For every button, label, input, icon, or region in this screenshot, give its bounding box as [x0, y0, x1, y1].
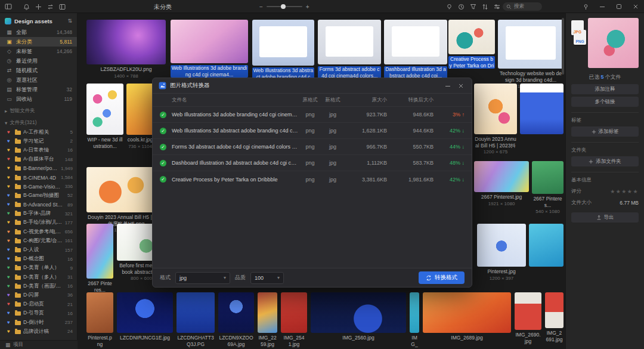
zoom-slider-thumb[interactable] [281, 4, 286, 9]
asset-card[interactable]: Pinterest.jpg1200 × 397 [477, 224, 526, 281]
sidebar-folder-item[interactable]: ♥B-Game-Vision Design336 [0, 182, 77, 191]
sidebar-folder-item[interactable]: ♥D-美育（画面/构图）16 [0, 282, 77, 291]
asset-card[interactable]: LZCDNIRJNCG1E.jpg [117, 292, 173, 342]
zoom-slider-track[interactable] [267, 6, 302, 7]
sidebar-item-random[interactable]: ⇄随机模式 [0, 66, 77, 75]
maximize-button[interactable] [614, 2, 624, 11]
sort-icon[interactable] [480, 2, 490, 11]
asset-card[interactable]: WIP - new 3d illustration... [86, 84, 123, 150]
asset-card[interactable]: 2667 Pinteres...980 × 2008 [86, 224, 113, 299]
sidebar-folder-item[interactable]: ♥B-字体-品牌321 [0, 209, 77, 218]
sync-icon[interactable] [45, 2, 55, 11]
asset-card[interactable]: IMG_2 [410, 292, 419, 348]
dialog-close-button[interactable] [456, 81, 466, 91]
sidebar-folder-item[interactable]: ♥A-工作相关5 [0, 128, 77, 137]
convert-button[interactable]: 转换格式 [419, 271, 465, 284]
add-folder-button[interactable]: 添加文件夹 [571, 156, 639, 166]
add-icon[interactable] [33, 2, 43, 11]
quality-select[interactable]: 100▾ [250, 272, 284, 284]
sidebar-folder-item[interactable]: ♥B-Banner/poster1,949 [0, 164, 77, 173]
sidebar-item-recent[interactable]: ◷最近使用 [0, 56, 77, 66]
converter-row[interactable]: ✓ Dashboard Illustration 3d abstract ado… [153, 155, 472, 171]
sidebar-toggle-icon[interactable] [4, 2, 13, 11]
sidebar-footer[interactable]: ▦ 项目 [0, 340, 78, 349]
converter-row[interactable]: ✓ Forms 3d abstract adobe c4d cgi cinema… [153, 139, 472, 155]
notification-icon[interactable] [21, 2, 31, 11]
lightbulb-icon[interactable] [444, 2, 454, 11]
sidebar-folder-item[interactable]: ♥D-美育（多人）31 [0, 273, 77, 282]
asset-card[interactable]: LZSBZADFLK20U.png1400 × 788 [86, 20, 166, 79]
asset-card[interactable]: Technology website web design 3d brandin… [498, 20, 564, 89]
sidebar-folder-item[interactable]: ♥C-视觉参考/电商...656 [0, 227, 77, 236]
sidebar-folder-item[interactable]: ♥B-CINEMA 4D1,584 [0, 173, 77, 182]
sidebar-folder-item[interactable]: ♥A-日常表情16 [0, 146, 77, 155]
converter-row[interactable]: ✓ Web Illustrations 3d adobe branding c4… [153, 107, 472, 123]
sidebar-item-tag-manager[interactable]: ▤标签管理32 [0, 85, 77, 94]
sidebar-folder-item[interactable]: ♥A-自媒体平台148 [0, 155, 77, 164]
sidebar-item-all[interactable]: ▦全部14,348 [0, 27, 77, 37]
export-button[interactable]: 导出 [571, 212, 639, 223]
sidebar-folder-item[interactable]: ♥C-构图/元素/合成风/画面...161 [0, 236, 77, 245]
sidebar-folder-item[interactable]: ♥学习笔记2 [0, 137, 77, 146]
asset-card[interactable]: IMG_2541.jpg [281, 292, 307, 348]
rating-stars[interactable]: ★★★★★ [610, 189, 639, 194]
sidebar-folder-item[interactable]: ♥D-启动页21 [0, 300, 77, 309]
pin-icon[interactable] [581, 2, 590, 11]
view-settings-icon[interactable] [492, 2, 501, 11]
format-select[interactable]: jpg▾ [175, 272, 230, 284]
asset-card[interactable]: LZCDNGHATT3Q3J.PG [177, 292, 215, 348]
sidebar-folder-item[interactable]: ♥D-美育（单人）9 [0, 264, 77, 273]
asset-card[interactable]: 2667 Pinteres...540 × 1080 [532, 161, 564, 214]
sidebar-item-trash[interactable]: ▭回收站119 [0, 94, 77, 104]
asset-card[interactable]: cools.kr.jpg736 × 1104 [126, 84, 154, 149]
sidebar-item-uncategorized[interactable]: ▣未分类5,811 [0, 37, 77, 47]
asset-card[interactable]: Douyin 2023 Annual Bill H5 | 2023抖音年度账单H… [474, 84, 517, 155]
filter-icon[interactable] [468, 2, 478, 11]
sidebar-folder-item[interactable]: ♥D-倒计时237 [0, 318, 77, 327]
dialog-minimize-button[interactable] [443, 81, 453, 91]
sidebar-folder-item[interactable]: ♥D-闪屏36 [0, 291, 77, 299]
add-note-button[interactable]: 添加注释 [571, 84, 639, 94]
converter-row[interactable]: ✓ Web Illustrations 3d abstract adobe br… [153, 123, 472, 139]
asset-card[interactable]: Pinterest.png980 × 2008 [86, 292, 113, 349]
asset-card-selected[interactable]: Forms 3d abstract adobe c4d cgi cinema4d… [318, 20, 381, 79]
asset-card[interactable]: IMG_2259.jpg [258, 292, 277, 348]
scrollbar[interactable] [562, 18, 564, 75]
search-input[interactable]: 搜索 [503, 2, 542, 11]
asset-card-selected[interactable]: Creative Process by Peter Tarka on Dribb… [448, 20, 495, 69]
sidebar-folder-item[interactable]: ♥B-手绘/涂鸦/儿童插画/插...177 [0, 218, 77, 227]
asset-card[interactable] [529, 224, 564, 269]
section-smart-folders[interactable]: ▸智能文件夹 [0, 106, 77, 116]
zoom-slider[interactable]: − + [259, 0, 309, 13]
sidebar-item-untagged[interactable]: ◇未标签14,266 [0, 47, 77, 56]
asset-card[interactable]: IMG_2689.jpg [423, 292, 511, 342]
sidebar-folder-item[interactable]: ♥品牌设计稿24 [0, 327, 77, 336]
current-folder-title: 未分类 [154, 3, 172, 11]
sidebar-item-community[interactable]: ◎逛逛社区 [0, 75, 77, 85]
converter-row[interactable]: ✓ Creative Process by Peter Tarka on Dri… [153, 171, 472, 187]
asset-card[interactable]: 2667 Pinterest.jpg1921 × 1080 [474, 161, 529, 206]
asset-card[interactable]: LZCDN9XZOO69A.jpg [218, 292, 254, 348]
sidebar-folder-item[interactable]: ♥D-人设157 [0, 245, 77, 254]
asset-card-selected[interactable]: Dashboard Illustration 3d abstract adobe… [384, 20, 447, 79]
asset-card-selected[interactable]: Web Illustrations 3d abstract adobe bran… [252, 20, 314, 81]
library-switcher[interactable]: Design assets ⇅ [0, 14, 77, 27]
asset-card[interactable]: IMG_2560.jpg [311, 292, 406, 342]
sidebar-folder-item[interactable]: ♥D-概念图16 [0, 255, 77, 264]
add-tag-button[interactable]: 添加标签 [571, 126, 639, 137]
multi-link-button[interactable]: 多个链接 [571, 97, 639, 107]
zoom-out-icon[interactable]: − [259, 4, 263, 10]
sidebar-folder-item[interactable]: ♥D-引导页16 [0, 309, 77, 318]
layout-icon[interactable] [57, 2, 67, 11]
asset-card-selected[interactable]: Web Illustrations 3d adobe branding c4d … [171, 20, 248, 78]
asset-card[interactable]: IMG_2691.jpg [545, 292, 564, 343]
zoom-in-icon[interactable]: + [306, 4, 309, 10]
section-folders[interactable]: ▾文件夹(321) [0, 118, 77, 128]
minimize-button[interactable] [597, 2, 607, 11]
close-button[interactable] [631, 2, 640, 11]
asset-card[interactable]: IMG_2690.jpg [515, 292, 541, 345]
history-icon[interactable] [456, 2, 466, 11]
sidebar-folder-item[interactable]: ♥B-Advanced Style Chart89 [0, 200, 77, 209]
asset-card[interactable] [520, 84, 564, 137]
sidebar-folder-item[interactable]: ♥B-Game/拍摄图52 [0, 191, 77, 200]
